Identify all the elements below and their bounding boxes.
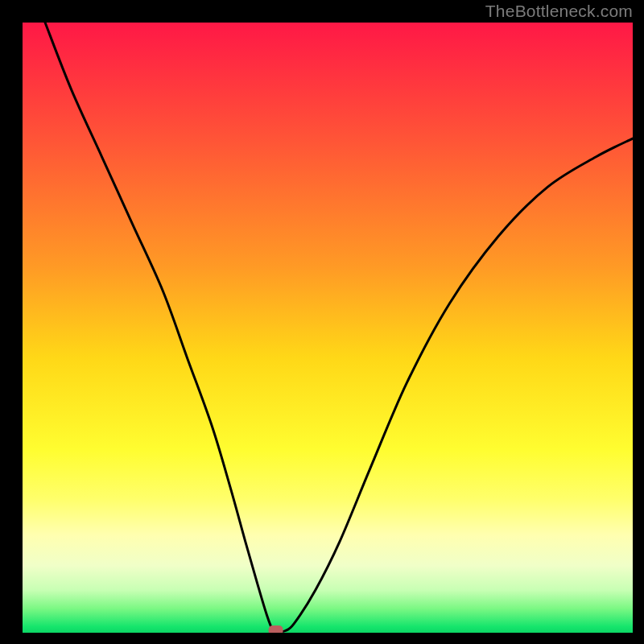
bottleneck-curve-path (45, 23, 633, 631)
plot-area (23, 23, 633, 633)
curve-svg (23, 23, 633, 633)
watermark-text: TheBottleneck.com (485, 2, 633, 21)
optimal-marker (269, 625, 283, 633)
chart-frame: TheBottleneck.com (0, 0, 644, 644)
